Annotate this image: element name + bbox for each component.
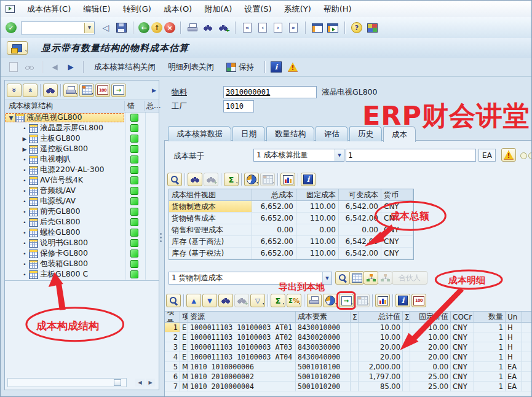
legend-icon[interactable]: i <box>271 61 282 73</box>
subtotal-button[interactable]: Σ% <box>287 294 301 307</box>
layout-button[interactable] <box>260 173 275 186</box>
view-layout-button[interactable] <box>349 271 364 285</box>
sort-asc-button[interactable]: ▲ <box>186 294 201 307</box>
menu-item[interactable]: 转到(G) <box>117 2 157 17</box>
item-percent-button[interactable]: 100 <box>411 294 426 307</box>
tree-row[interactable]: ▼ 液晶电视GL800 <box>5 112 159 123</box>
cost-table-row[interactable]: 货物销售成本 6,652.00 110.00 6,542.00 CNY <box>169 213 413 224</box>
col-sigma-1[interactable]: Σ <box>351 311 359 323</box>
export-button[interactable]: → <box>339 294 354 307</box>
enter-icon[interactable]: ◁ <box>99 21 113 34</box>
transaction-menu-button[interactable] <box>7 41 28 55</box>
scroll-left-icon[interactable]: ◀ <box>135 379 145 387</box>
col-total[interactable]: 总成本 <box>252 189 296 201</box>
tree-find-button[interactable] <box>43 84 58 97</box>
costing-alarm-button[interactable]: ! <box>501 148 516 162</box>
item-views-button[interactable] <box>323 294 338 307</box>
tree-expander-icon[interactable]: ▶ <box>21 146 28 152</box>
col-currency[interactable]: 货币 <box>381 189 413 201</box>
system-menu-icon[interactable] <box>6 5 15 13</box>
tree-expander-icon[interactable]: • <box>21 240 28 246</box>
cost-table-row[interactable]: 库存 (基于商法) 6,652.00 110.00 6,542.00 CNY <box>169 236 413 248</box>
tree-row[interactable]: • 电视喇叭 <box>5 154 159 165</box>
tab[interactable]: 历史 <box>349 126 382 141</box>
exit-icon[interactable]: ↑ <box>151 22 162 33</box>
item-row[interactable]: 7 M 1010 2010000004 5001010200 85.00 25.… <box>165 382 532 391</box>
tree-toolbar-overflow-icon[interactable]: ▶ <box>152 87 157 93</box>
col-quantity[interactable]: 数量 <box>474 311 506 323</box>
command-dropdown-icon[interactable]: ▼ <box>84 23 94 33</box>
tree-row[interactable]: • 螺栓GL800 <box>5 227 159 238</box>
tab[interactable]: 日期 <box>232 126 265 141</box>
item-row[interactable]: 4 E 1000011103 10100003 AT04 8430040000 … <box>165 352 532 362</box>
next-object-icon[interactable]: ▶ <box>64 60 77 74</box>
hierarchy-button[interactable] <box>363 271 378 285</box>
scrollbar-thumb[interactable] <box>114 379 121 386</box>
menu-item[interactable]: 成本估算(C) <box>21 2 77 17</box>
find-icon[interactable] <box>201 21 215 34</box>
tree-row[interactable]: • 液晶显示屏GL800 <box>5 123 159 133</box>
tree-expander-icon[interactable]: • <box>21 219 28 226</box>
tree-expander-icon[interactable]: • <box>21 188 28 194</box>
first-page-icon[interactable]: « <box>240 21 254 34</box>
cost-table-row[interactable]: 库存 (基于税法) 6,652.00 110.00 6,542.00 CNY <box>169 248 413 259</box>
customize-layout-icon[interactable] <box>365 21 379 34</box>
new-session-icon[interactable] <box>311 21 324 34</box>
cost-view-select[interactable]: 1 货物制造成本▼ <box>169 272 332 285</box>
cost-table-row[interactable]: 销售和管理成本 0.00 0.00 0.00 CNY <box>169 224 413 236</box>
previous-page-icon[interactable]: ‹ <box>256 21 269 34</box>
lot-quantity-input[interactable]: 1 <box>346 149 476 162</box>
col-total-value[interactable]: 总计值 <box>359 311 403 323</box>
material-input[interactable]: 3010000001 <box>223 86 317 98</box>
tree-row[interactable]: ▶ 遥控板GL800 <box>5 144 159 154</box>
collapse-all-button[interactable]: » <box>23 84 38 97</box>
splitter-grip[interactable] <box>160 233 162 235</box>
tree-row[interactable]: ▶ 主板GL800 <box>5 133 159 144</box>
hierarchy-partner-button[interactable] <box>378 271 392 285</box>
col-currency[interactable]: COCr <box>451 311 474 323</box>
command-input[interactable] <box>22 23 84 33</box>
cancel-icon[interactable]: × <box>164 22 175 33</box>
tree-row[interactable]: • 保修卡GL800 <box>5 248 159 259</box>
item-print-button[interactable] <box>307 294 322 307</box>
print-icon[interactable] <box>186 21 199 34</box>
tree-row[interactable]: • 包装箱GL800 <box>5 259 159 269</box>
item-row[interactable]: 1 E 1000011103 10100003 AT01 8430010000 … <box>165 323 532 332</box>
lot-size-select[interactable]: 1 成本核算批量▼ <box>253 149 344 162</box>
create-icon[interactable] <box>7 60 20 74</box>
alarm-icon[interactable]: ! <box>288 63 298 72</box>
cost-table-row[interactable]: 货物制造成本 6,652.00 110.00 6,542.00 CNY <box>169 201 413 213</box>
item-find-button[interactable] <box>218 294 233 307</box>
find-next-icon[interactable]: + <box>216 21 230 34</box>
item-row[interactable]: 5 M 1010 1010000006 5001010100 2,000.00 … <box>165 362 532 372</box>
tree-percent-button[interactable]: 100 <box>95 84 110 97</box>
tree-row[interactable]: • 说明书GL800 <box>5 238 159 248</box>
menu-item[interactable]: 编辑(E) <box>77 2 116 17</box>
col-fixed[interactable]: 固定成本 <box>296 189 339 201</box>
item-detail-button[interactable] <box>166 294 181 307</box>
expand-all-button[interactable]: » <box>7 84 22 97</box>
tree-row[interactable]: • AV信号线4K <box>5 175 159 186</box>
shortcut-icon[interactable] <box>326 21 339 34</box>
tab[interactable]: 成本核算数据 <box>168 126 231 141</box>
tab[interactable]: 评估 <box>316 126 348 141</box>
menu-item[interactable]: 设置(S) <box>238 2 277 17</box>
graphic-button[interactable] <box>280 173 295 186</box>
col-item-no[interactable]: 项号 <box>165 311 180 323</box>
tree-expander-icon[interactable]: • <box>21 198 28 205</box>
item-find-next-button[interactable]: + <box>234 294 249 307</box>
info-button[interactable]: i <box>301 173 316 186</box>
tab[interactable]: 数量结构 <box>266 126 314 141</box>
menu-item[interactable]: 系统(Y) <box>278 2 317 17</box>
tree-expander-icon[interactable]: • <box>21 251 28 257</box>
col-category[interactable]: 项 <box>180 311 188 323</box>
tree-expander-icon[interactable]: • <box>21 157 28 163</box>
tree-row[interactable]: • 音频线/AV <box>5 186 159 196</box>
views-button[interactable] <box>244 173 259 186</box>
previous-object-icon[interactable]: ◀ <box>48 60 62 74</box>
costing-structure-toggle-button[interactable]: 成本核算结构关闭 <box>89 60 161 75</box>
tree-expander-icon[interactable]: • <box>21 167 28 173</box>
tree-export-button[interactable]: → <box>111 84 126 97</box>
select-arrow-icon[interactable]: ▼ <box>335 149 344 161</box>
tree-expander-icon[interactable]: • <box>21 178 28 184</box>
